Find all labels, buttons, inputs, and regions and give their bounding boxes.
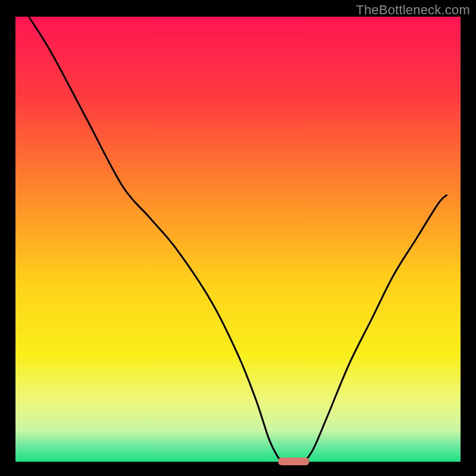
gradient-background bbox=[15, 17, 461, 462]
optimal-range-marker bbox=[278, 458, 309, 465]
watermark-text: TheBottleneck.com bbox=[356, 2, 470, 18]
bottleneck-chart bbox=[0, 0, 476, 476]
chart-frame: TheBottleneck.com bbox=[0, 0, 476, 476]
